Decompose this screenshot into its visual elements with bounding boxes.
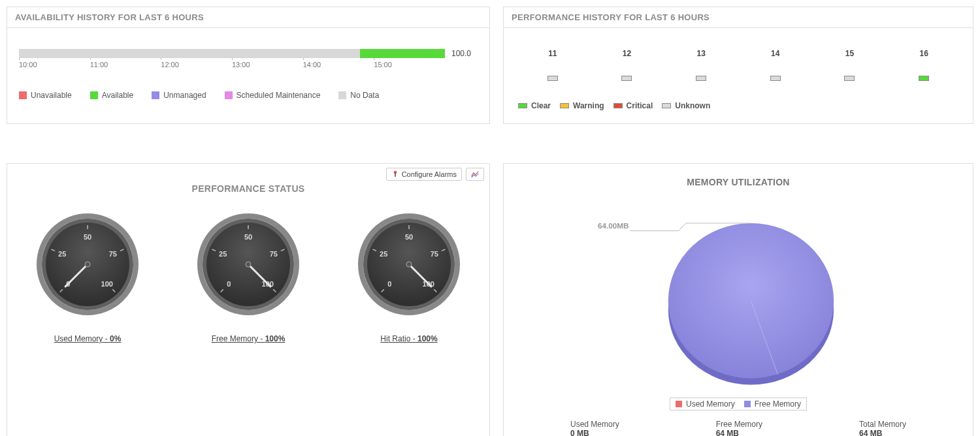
svg-text:50: 50 (405, 233, 413, 241)
gauge-face: 0255075100 (357, 212, 461, 317)
memory-legend: Used MemoryFree Memory (670, 397, 807, 411)
availability-tick: 15:00 (374, 61, 413, 69)
availability-history-panel: AVAILABILITY HISTORY FOR LAST 6 HOURS 10… (7, 7, 490, 124)
performance-status-panel: Configure Alarms PERFORMANCE STATUS 0255… (7, 163, 490, 436)
legend-label: Critical (627, 101, 653, 110)
svg-text:25: 25 (219, 250, 227, 258)
svg-text:50: 50 (84, 233, 91, 241)
availability-legend: UnavailableAvailableUnmanagedScheduled M… (19, 91, 478, 100)
svg-text:75: 75 (109, 250, 117, 258)
gauge-face: 0255075100 (196, 212, 301, 317)
legend-item: Clear (518, 101, 551, 110)
svg-text:50: 50 (244, 233, 252, 241)
memory-utilization-title: MEMORY UTILIZATION (515, 177, 961, 187)
performance-status-title: PERFORMANCE STATUS (7, 183, 489, 194)
perf-hour-cell[interactable] (887, 65, 961, 96)
perf-hour-cell[interactable] (664, 65, 738, 96)
perf-hour-cell[interactable] (515, 65, 590, 96)
memory-stat: Used Memory0 MB (570, 420, 619, 436)
svg-text:0: 0 (227, 280, 231, 288)
memory-utilization-panel: MEMORY UTILIZATION (503, 163, 973, 436)
perf-hour-header: 16 (887, 42, 961, 65)
memory-stat-label: Free Memory (716, 420, 762, 429)
availability-tick: 11:00 (90, 61, 129, 69)
perf-hour-header: 15 (813, 42, 887, 65)
legend-swatch (744, 401, 751, 407)
legend-label: Unmanaged (163, 91, 206, 100)
legend-swatch (90, 91, 98, 99)
memory-stat-value: 64 MB (716, 429, 762, 436)
legend-swatch (662, 103, 671, 108)
perf-hour-header: 13 (664, 42, 738, 65)
legend-swatch (613, 103, 623, 108)
svg-text:25: 25 (58, 250, 66, 258)
availability-tick: 14:00 (303, 61, 342, 69)
configure-alarms-label: Configure Alarms (402, 170, 457, 178)
gauge-label[interactable]: Hit Ratio - 100% (337, 334, 481, 343)
memory-stat: Total Memory64 MB (859, 420, 906, 436)
legend-item: Unmanaged (152, 91, 206, 100)
legend-item: Unknown (662, 101, 710, 110)
status-box-unknown (696, 76, 706, 81)
svg-rect-1 (395, 174, 396, 177)
configure-alarms-button[interactable]: Configure Alarms (386, 168, 462, 181)
memory-callout: 64.00MB (598, 221, 629, 230)
availability-segment-available (360, 49, 445, 58)
svg-point-16 (85, 262, 90, 267)
svg-text:75: 75 (270, 250, 278, 258)
svg-text:100: 100 (101, 280, 113, 288)
chart-toggle-button[interactable] (466, 168, 484, 181)
gauge-free-memory: 0255075100Free Memory - 100% (176, 212, 320, 343)
availability-history-title: AVAILABILITY HISTORY FOR LAST 6 HOURS (7, 7, 489, 28)
legend-item: Free Memory (744, 399, 801, 409)
perf-hour-header: 14 (738, 42, 813, 65)
status-box-unknown (547, 76, 558, 81)
legend-label: Clear (531, 101, 551, 110)
legend-swatch (338, 91, 346, 99)
status-box-unknown (844, 76, 855, 81)
alarm-icon (391, 170, 399, 178)
legend-swatch (676, 401, 682, 407)
legend-item: Scheduled Maintenance (225, 91, 321, 100)
perf-hour-cell[interactable] (813, 65, 887, 96)
legend-swatch (152, 91, 159, 99)
legend-label: Used Memory (686, 399, 735, 409)
status-box-unknown (621, 76, 632, 81)
gauge-label[interactable]: Used Memory - 0% (16, 334, 159, 343)
legend-item: Used Memory (676, 399, 735, 409)
legend-label: Free Memory (755, 399, 801, 409)
svg-text:75: 75 (431, 250, 438, 258)
perf-hour-header: 11 (515, 42, 590, 65)
legend-item: Critical (613, 101, 653, 110)
availability-bar (19, 49, 445, 58)
availability-tick: 12:00 (161, 61, 200, 69)
availability-tick: 13:00 (232, 61, 271, 69)
svg-text:25: 25 (380, 250, 387, 258)
gauge-used-memory: 0255075100Used Memory - 0% (16, 212, 159, 343)
perf-hour-cell[interactable] (738, 65, 813, 96)
perf-hour-cell[interactable] (590, 65, 664, 96)
gauge-label[interactable]: Free Memory - 100% (176, 334, 320, 343)
legend-swatch (560, 103, 569, 108)
availability-segment-nodata (19, 49, 360, 58)
legend-label: Available (102, 91, 133, 100)
perf-hour-header: 12 (590, 42, 664, 65)
availability-value: 100.0 (451, 49, 478, 58)
performance-history-title: PERFORMANCE HISTORY FOR LAST 6 HOURS (504, 7, 973, 28)
svg-point-48 (668, 223, 834, 379)
status-box-unknown (770, 76, 781, 81)
legend-label: Unknown (675, 101, 710, 110)
performance-history-panel: PERFORMANCE HISTORY FOR LAST 6 HOURS 111… (503, 7, 973, 124)
svg-text:0: 0 (387, 280, 391, 288)
svg-point-46 (406, 262, 412, 267)
legend-swatch (19, 91, 27, 99)
legend-swatch (225, 91, 233, 99)
memory-stat-label: Used Memory (570, 420, 619, 429)
memory-stat-value: 64 MB (859, 429, 906, 436)
memory-stat-label: Total Memory (859, 420, 906, 429)
legend-item: Warning (560, 101, 604, 110)
memory-stats: Used Memory0 MBFree Memory64 MBTotal Mem… (515, 420, 961, 436)
legend-item: No Data (338, 91, 379, 100)
legend-item: Unavailable (19, 91, 72, 100)
legend-label: No Data (350, 91, 379, 100)
